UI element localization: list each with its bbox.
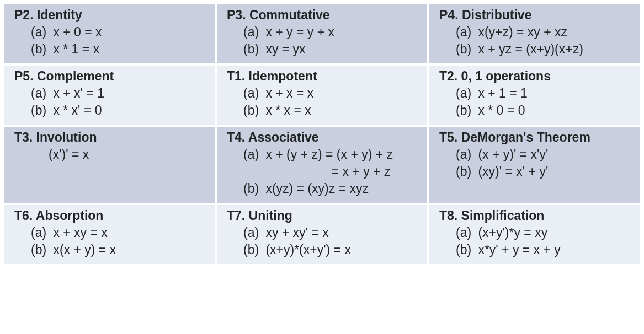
cell-title: T3. Involution — [14, 130, 209, 145]
equation-label: (b) — [243, 102, 262, 119]
equation-label: (b) — [31, 241, 50, 258]
equation: (a) x(y+z) = xy + xz — [439, 24, 634, 41]
cell-P5: P5. Complement(a) x + x' = 1(b) x * x' =… — [4, 66, 215, 125]
equation-label: (b) — [243, 41, 262, 58]
cell-T8: T8. Simplification(a) (x+y')*y = xy(b) x… — [429, 205, 640, 264]
equation-text: x * 0 = 0 — [478, 103, 525, 117]
equation: (a) x + (y + z) = (x + y) + z — [227, 146, 422, 163]
equation-text: xy + xy' = x — [265, 225, 328, 240]
cell-T7: T7. Uniting(a) xy + xy' = x(b) (x+y)*(x+… — [217, 205, 427, 264]
equation: (a) x + 1 = 1 — [439, 85, 634, 102]
cell-title: T5. DeMorgan's Theorem — [439, 130, 634, 145]
cell-title: T7. Uniting — [227, 208, 422, 223]
equation-text: (x + y)' = x'y' — [478, 147, 548, 161]
cell-T1: T1. Idempotent(a) x + x = x(b) x * x = x — [217, 66, 427, 125]
equation-text: x + yz = (x+y)(x+z) — [478, 42, 583, 56]
equation: (a) (x + y)' = x'y' — [439, 146, 634, 163]
cell-title: T1. Idempotent — [227, 69, 422, 84]
equation-text: xy = yx — [265, 42, 305, 56]
equation-label: (b) — [31, 41, 50, 58]
equation: (b) (xy)' = x' + y' — [439, 163, 634, 180]
cell-title: T8. Simplification — [439, 208, 634, 223]
cell-T5: T5. DeMorgan's Theorem(a) (x + y)' = x'y… — [429, 127, 640, 203]
equation: (b) x*y' + y = x + y — [439, 241, 634, 258]
equation-label: (a) — [456, 24, 475, 41]
equation-label: (b) — [31, 102, 50, 119]
equation: (a) x + y = y + x — [227, 24, 422, 41]
equation-text: x(y+z) = xy + xz — [478, 25, 567, 39]
equation: (a) x + x' = 1 — [14, 85, 209, 102]
cell-P2: P2. Identity(a) x + 0 = x(b) x * 1 = x — [4, 4, 215, 63]
equation-label: (a) — [243, 224, 262, 241]
equation: (b) x * 0 = 0 — [439, 102, 634, 119]
equation: (b) x(x + y) = x — [14, 241, 209, 258]
equation-label: (a) — [31, 224, 50, 241]
equation-text: x * 1 = x — [53, 42, 99, 56]
equation: (b) x(yz) = (xy)z = xyz — [227, 180, 422, 197]
equation-label: (a) — [456, 85, 475, 102]
equation: (a) x + xy = x — [14, 224, 209, 241]
equation-label: (a) — [243, 146, 262, 163]
equation: (a) (x+y')*y = xy — [439, 224, 634, 241]
cell-P4: P4. Distributive(a) x(y+z) = xy + xz(b) … — [429, 4, 640, 63]
equation-text: x + 1 = 1 — [478, 86, 528, 100]
equation-label: (b) — [243, 180, 262, 197]
equation-label: (a) — [243, 24, 262, 41]
cell-title: T2. 0, 1 operations — [439, 69, 634, 84]
equation-text: x + x' = 1 — [53, 86, 104, 100]
equation-text: (x+y')*y = xy — [478, 225, 547, 240]
equation-label: (a) — [243, 85, 262, 102]
equation-label: (a) — [31, 85, 50, 102]
cell-T3: T3. Involution(x')' = x — [4, 127, 215, 203]
equation: (b) xy = yx — [227, 41, 422, 58]
equation-label: (a) — [31, 24, 50, 41]
cell-title: P5. Complement — [14, 69, 209, 84]
equation-text: (xy)' = x' + y' — [478, 164, 548, 179]
cell-title: T4. Associative — [227, 130, 422, 145]
equation: (b) (x+y)*(x+y') = x — [227, 241, 422, 258]
equation-text: x*y' + y = x + y — [478, 243, 560, 257]
cell-title: T6. Absorption — [14, 208, 209, 223]
cell-T2: T2. 0, 1 operations(a) x + 1 = 1(b) x * … — [429, 66, 640, 125]
equation-text: x + 0 = x — [53, 25, 102, 39]
equation-text: x + (y + z) = (x + y) + z — [265, 147, 393, 161]
equation: (a) xy + xy' = x — [227, 224, 422, 241]
equation: (b) x * 1 = x — [14, 41, 209, 58]
equation-text: x(yz) = (xy)z = xyz — [265, 181, 369, 196]
equation-label: (b) — [243, 241, 262, 258]
equation-label: (b) — [456, 41, 475, 58]
equation-label: (a) — [456, 146, 475, 163]
equation-label: (b) — [456, 241, 475, 258]
cell-T6: T6. Absorption(a) x + xy = x(b) x(x + y)… — [4, 205, 215, 264]
equation-text: x + y = y + x — [265, 25, 334, 39]
equation: (b) x * x' = 0 — [14, 102, 209, 119]
equation: (b) x + yz = (x+y)(x+z) — [439, 41, 634, 58]
equation: (a) x + 0 = x — [14, 24, 209, 41]
cell-title: P3. Commutative — [227, 8, 422, 23]
equation-label: (b) — [456, 102, 475, 119]
equation-text: (x+y)*(x+y') = x — [265, 243, 351, 257]
cell-P3: P3. Commutative(a) x + y = y + x(b) xy =… — [217, 4, 427, 63]
equation-text: x + xy = x — [53, 225, 107, 240]
equation-label: (a) — [456, 224, 475, 241]
equation: (a) x + x = x — [227, 85, 422, 102]
equation-text: x * x = x — [265, 103, 311, 117]
laws-table: P2. Identity(a) x + 0 = x(b) x * 1 = xP3… — [4, 4, 640, 264]
equation-continuation: = x + y + z — [227, 163, 422, 180]
equation: (x')' = x — [14, 146, 209, 163]
cell-title: P4. Distributive — [439, 8, 634, 23]
equation-text: x * x' = 0 — [53, 103, 102, 117]
equation-text: x + x = x — [265, 86, 313, 100]
equation-label: (b) — [456, 163, 475, 180]
cell-T4: T4. Associative(a) x + (y + z) = (x + y)… — [217, 127, 427, 203]
equation-text: x(x + y) = x — [53, 243, 116, 257]
equation: (b) x * x = x — [227, 102, 422, 119]
cell-title: P2. Identity — [14, 8, 209, 23]
